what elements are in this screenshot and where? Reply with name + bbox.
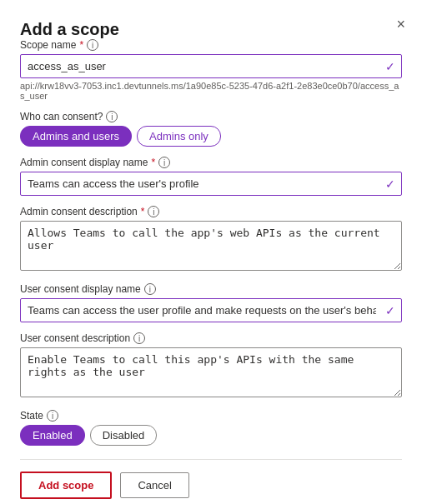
user-display-name-input-wrapper: ✓ <box>20 298 402 322</box>
add-scope-dialog: Add a scope × Scope name * i ✓ api://krw… <box>0 0 422 504</box>
who-can-consent-info-icon[interactable]: i <box>106 111 118 122</box>
admin-description-group: Admin consent description * i Allows Tea… <box>20 206 402 273</box>
scope-name-check-icon: ✓ <box>385 60 395 73</box>
user-display-name-input[interactable] <box>20 298 402 322</box>
scope-url: api://krw18vv3-7053.inc1.devtunnels.ms/1… <box>20 81 402 101</box>
who-can-consent-label: Who can consent? i <box>20 111 402 122</box>
consent-admins-users-button[interactable]: Admins and users <box>20 126 132 147</box>
admin-display-name-info-icon[interactable]: i <box>158 157 170 168</box>
user-description-group: User consent description i Enable Teams … <box>20 332 402 400</box>
scope-name-input-wrapper: ✓ <box>20 54 402 78</box>
admin-display-name-input-wrapper: ✓ <box>20 172 402 196</box>
user-description-label: User consent description i <box>20 332 402 344</box>
admin-description-label: Admin consent description * i <box>20 206 402 217</box>
state-label: State i <box>20 410 402 422</box>
user-display-name-group: User consent display name i ✓ <box>20 283 402 322</box>
user-description-info-icon[interactable]: i <box>133 332 145 344</box>
scope-name-group: Scope name * i ✓ api://krw18vv3-7053.inc… <box>20 39 402 101</box>
dialog-title: Add a scope <box>20 20 119 38</box>
admin-display-name-input[interactable] <box>20 172 402 196</box>
divider <box>20 459 402 460</box>
scope-name-info-icon[interactable]: i <box>87 39 98 51</box>
user-display-name-info-icon[interactable]: i <box>144 283 156 295</box>
action-row: Add scope Cancel <box>20 472 402 499</box>
add-scope-button[interactable]: Add scope <box>20 472 112 499</box>
user-description-textarea[interactable]: Enable Teams to call this app's APIs wit… <box>20 347 402 397</box>
admin-description-info-icon[interactable]: i <box>148 206 159 217</box>
scope-name-input[interactable] <box>20 54 402 78</box>
consent-options: Admins and users Admins only <box>20 126 402 147</box>
admin-display-name-check-icon: ✓ <box>385 177 395 191</box>
state-enabled-button[interactable]: Enabled <box>20 425 85 446</box>
close-button[interactable]: × <box>396 17 405 32</box>
state-group: State i Enabled Disabled <box>20 410 402 446</box>
admin-display-name-label: Admin consent display name * i <box>20 157 402 168</box>
user-display-name-label: User consent display name i <box>20 283 402 295</box>
consent-admins-only-button[interactable]: Admins only <box>137 126 221 147</box>
admin-display-name-group: Admin consent display name * i ✓ <box>20 157 402 196</box>
who-can-consent-group: Who can consent? i Admins and users Admi… <box>20 111 402 147</box>
admin-description-textarea[interactable]: Allows Teams to call the app's web APIs … <box>20 221 402 271</box>
user-display-name-check-icon: ✓ <box>385 304 395 317</box>
scope-name-label: Scope name * i <box>20 39 402 51</box>
state-info-icon[interactable]: i <box>47 410 58 422</box>
cancel-button[interactable]: Cancel <box>120 472 188 498</box>
state-options: Enabled Disabled <box>20 425 402 446</box>
state-disabled-button[interactable]: Disabled <box>90 425 158 446</box>
